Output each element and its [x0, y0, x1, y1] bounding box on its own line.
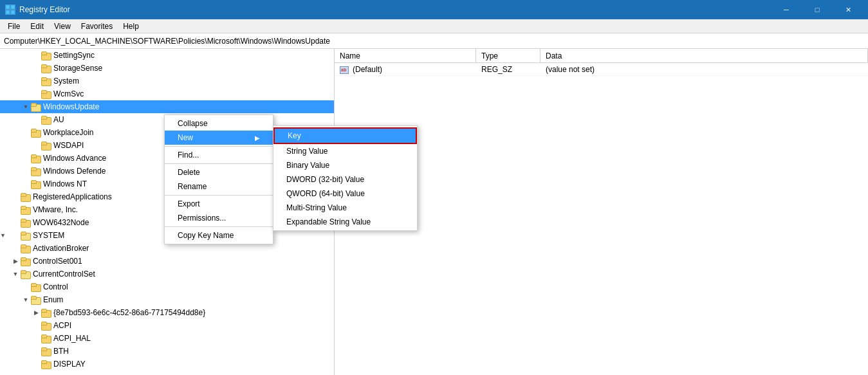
- tree-item-guid[interactable]: ▶ {8e7bd593-6e6c-4c52-86a6-77175494dd8e}: [0, 306, 334, 319]
- folder-icon: [41, 89, 51, 98]
- folder-icon: [21, 205, 31, 214]
- reg-name: (Default): [353, 65, 382, 74]
- folder-icon: [21, 270, 31, 279]
- maximize-button[interactable]: □: [802, 0, 832, 19]
- folder-icon: [41, 64, 51, 73]
- expander-ccs[interactable]: ▼: [10, 271, 21, 277]
- expander-system-root[interactable]: ▼: [0, 232, 10, 239]
- column-headers: Name Type Data: [335, 49, 868, 63]
- ctx-export[interactable]: Export: [165, 197, 273, 211]
- tree-item-storagesense[interactable]: StorageSense: [0, 62, 334, 75]
- tree-label: AU: [53, 115, 64, 124]
- submenu-string-value[interactable]: String Value: [273, 144, 417, 158]
- ctx-find[interactable]: Find...: [165, 148, 273, 162]
- tree-item-acpi[interactable]: ACPI: [0, 319, 334, 332]
- tree-label: WSDAPI: [53, 141, 84, 150]
- folder-icon: [41, 334, 51, 343]
- ctx-new[interactable]: New ▶: [165, 131, 273, 145]
- folder-icon: [31, 154, 41, 163]
- ctx-rename[interactable]: Rename: [165, 179, 273, 194]
- tree-label: WOW6432Node: [33, 218, 89, 227]
- folder-icon: [21, 192, 31, 201]
- ctx-copy-key-name[interactable]: Copy Key Name: [165, 228, 273, 242]
- tree-label: StorageSense: [53, 64, 102, 73]
- folder-icon-open: [31, 102, 41, 111]
- tree-label: VMware, Inc.: [33, 205, 78, 214]
- tree-label: SettingSync: [53, 51, 95, 60]
- reg-data-cell: (value not set): [540, 65, 868, 74]
- tree-label: DISPLAY: [53, 360, 86, 369]
- minimize-button[interactable]: ─: [771, 0, 801, 19]
- expander-controlset001[interactable]: ▶: [10, 258, 21, 264]
- submenu-binary-value[interactable]: Binary Value: [273, 158, 417, 172]
- tree-item-controlset001[interactable]: ▶ ControlSet001: [0, 255, 334, 268]
- tree-item-bth[interactable]: BTH: [0, 345, 334, 358]
- submenu-arrow-icon: ▶: [255, 134, 260, 142]
- reg-name-cell: (Default): [335, 65, 476, 74]
- ctx-delete[interactable]: Delete: [165, 165, 273, 179]
- ctx-separator: [165, 146, 273, 147]
- folder-icon: [21, 244, 31, 253]
- expander-guid[interactable]: ▶: [31, 309, 41, 316]
- submenu-expandable-string[interactable]: Expandable String Value: [273, 215, 417, 229]
- title-bar-left: Registry Editor: [5, 5, 70, 15]
- ctx-collapse[interactable]: Collapse: [165, 116, 273, 131]
- folder-icon: [41, 308, 51, 317]
- tree-item-display[interactable]: DISPLAY: [0, 358, 334, 370]
- tree-label: SYSTEM: [33, 231, 64, 240]
- tree-item-windowsupdate[interactable]: ▼ WindowsUpdate: [0, 100, 334, 113]
- folder-icon: [31, 128, 41, 137]
- submenu-qword-value[interactable]: QWORD (64-bit) Value: [273, 187, 417, 201]
- col-header-data: Data: [540, 49, 868, 62]
- tree-item-system[interactable]: System: [0, 75, 334, 87]
- ctx-label: Find...: [178, 151, 199, 160]
- menu-view[interactable]: View: [49, 21, 76, 32]
- menu-file[interactable]: File: [3, 21, 25, 32]
- main-content: SettingSync StorageSense System: [0, 49, 868, 375]
- address-bar: Computer\HKEY_LOCAL_MACHINE\SOFTWARE\Pol…: [0, 33, 868, 49]
- tree-label: WcmSvc: [53, 89, 84, 98]
- tree-label: Windows Defende: [43, 167, 106, 176]
- close-button[interactable]: ✕: [833, 0, 863, 19]
- folder-icon: [31, 179, 41, 188]
- tree-label: ACPI_HAL: [53, 334, 91, 343]
- tree-item-settingsync[interactable]: SettingSync: [0, 49, 334, 62]
- tree-item-wcmsvc[interactable]: WcmSvc: [0, 87, 334, 100]
- window-controls: ─ □ ✕: [771, 0, 863, 19]
- submenu-dword-value[interactable]: DWORD (32-bit) Value: [273, 172, 417, 187]
- tree-label: RegisteredApplications: [33, 192, 112, 201]
- reg-row-default[interactable]: (Default) REG_SZ (value not set): [335, 63, 868, 76]
- folder-icon: [21, 218, 31, 227]
- tree-item-currentcontrolset[interactable]: ▼ CurrentControlSet: [0, 268, 334, 280]
- tree-label: ACPI: [53, 321, 71, 330]
- folder-icon-system: [21, 231, 31, 240]
- ctx-permissions[interactable]: Permissions...: [165, 211, 273, 225]
- svg-rect-0: [6, 5, 10, 9]
- tree-item-enum[interactable]: ▼ Enum: [0, 293, 334, 306]
- tree-item-control[interactable]: Control: [0, 280, 334, 293]
- folder-icon: [41, 77, 51, 86]
- ctx-label: New: [178, 133, 193, 142]
- title-bar: Registry Editor ─ □ ✕: [0, 0, 868, 19]
- expander-windowsupdate[interactable]: ▼: [21, 104, 31, 110]
- tree-item-acpi-hal[interactable]: ACPI_HAL: [0, 332, 334, 345]
- svg-rect-1: [11, 5, 15, 9]
- ctx-label: Permissions...: [178, 214, 226, 223]
- ctx-label: Export: [178, 199, 200, 208]
- tree-label: ActivationBroker: [33, 244, 89, 253]
- ctx-label: Copy Key Name: [178, 231, 234, 240]
- tree-label: WindowsUpdate: [43, 102, 99, 111]
- submenu-multi-string[interactable]: Multi-String Value: [273, 201, 417, 215]
- tree-label: System: [53, 77, 79, 86]
- menu-help[interactable]: Help: [118, 21, 144, 32]
- submenu-key[interactable]: Key: [273, 127, 417, 144]
- tree-label: WorkplaceJoin: [43, 128, 93, 137]
- ctx-separator: [165, 163, 273, 164]
- menu-favorites[interactable]: Favorites: [76, 21, 118, 32]
- tree-label: CurrentControlSet: [33, 270, 95, 279]
- reg-icon: [340, 65, 350, 74]
- tree-label: Enum: [43, 295, 63, 304]
- expander-enum[interactable]: ▼: [21, 297, 31, 303]
- col-header-name: Name: [335, 49, 476, 62]
- menu-edit[interactable]: Edit: [25, 21, 49, 32]
